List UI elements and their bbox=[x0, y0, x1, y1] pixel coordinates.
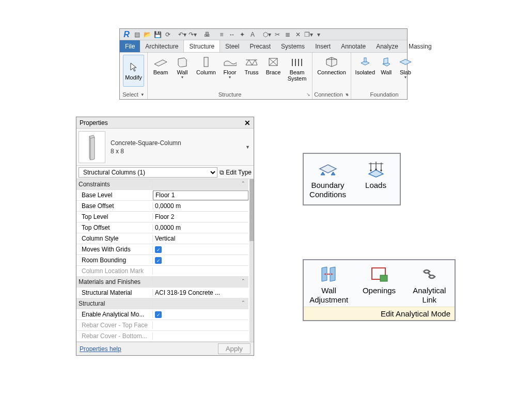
loads-button[interactable]: Loads bbox=[352, 157, 400, 201]
slab-button[interactable]: Slab ▼ bbox=[397, 55, 414, 80]
tab-insert[interactable]: Insert bbox=[310, 40, 336, 52]
openings-button[interactable]: Openings bbox=[354, 262, 404, 307]
apply-button[interactable]: Apply bbox=[218, 343, 251, 354]
group-header[interactable]: Materials and Finishes⌃ bbox=[76, 277, 248, 288]
property-row[interactable]: Room Bounding✓ bbox=[76, 255, 248, 266]
collapse-icon[interactable]: ⌃ bbox=[241, 300, 245, 305]
qat-measure-icon[interactable]: ≡ bbox=[217, 30, 226, 39]
truss-button[interactable]: Truss bbox=[242, 55, 261, 76]
tab-structure[interactable]: Structure bbox=[183, 40, 220, 52]
fwall-button[interactable]: Wall bbox=[378, 55, 395, 76]
properties-title: Properties bbox=[80, 119, 108, 126]
qat-spot-icon[interactable]: ✦ bbox=[238, 30, 247, 39]
property-row[interactable]: Enable Analytical Mo...✓ bbox=[76, 309, 248, 320]
qat-save-icon[interactable]: 💾 bbox=[153, 30, 162, 39]
boundary-conditions-button[interactable]: Boundary Conditions bbox=[304, 157, 352, 201]
property-value[interactable]: ACI 318-19 Concrete ... bbox=[153, 289, 248, 296]
property-value[interactable]: ✓ bbox=[153, 257, 248, 264]
beam-system-button[interactable]: Beam System bbox=[285, 55, 309, 83]
qat-redo-icon[interactable]: ↷▾ bbox=[188, 30, 197, 39]
property-value[interactable]: 0,0000 m bbox=[153, 202, 248, 210]
property-row[interactable]: Rebar Cover - Bottom... bbox=[76, 331, 248, 342]
property-value[interactable]: 0,0000 m bbox=[153, 224, 248, 231]
property-row[interactable]: Base Offset0,0000 m bbox=[76, 201, 248, 212]
qat-view-icon[interactable]: ▤ bbox=[132, 30, 142, 39]
wall-button[interactable]: Wall ▼ bbox=[173, 55, 192, 80]
group-header[interactable]: Constraints⌃ bbox=[76, 179, 248, 190]
property-name: Enable Analytical Mo... bbox=[76, 311, 153, 318]
qat-3d-icon[interactable]: ⬡▾ bbox=[262, 30, 272, 39]
qat-close-icon[interactable]: ✕ bbox=[293, 30, 303, 39]
tab-analyze[interactable]: Analyze bbox=[371, 40, 403, 52]
property-row[interactable]: Base LevelFloor 1 bbox=[76, 190, 248, 201]
qat-thin-icon[interactable]: ≣ bbox=[283, 30, 292, 39]
qat-dim-icon[interactable]: ↔ bbox=[227, 30, 237, 39]
tab-systems[interactable]: Systems bbox=[276, 40, 310, 52]
brace-button[interactable]: Brace bbox=[263, 55, 283, 76]
property-value[interactable]: ✓ bbox=[153, 311, 248, 319]
property-grid: Constraints⌃Base LevelFloor 1Base Offset… bbox=[76, 179, 254, 342]
qat-sync-icon[interactable]: ⟳ bbox=[163, 30, 173, 39]
checkbox-checked-icon[interactable]: ✓ bbox=[155, 246, 162, 253]
analytical-link-button[interactable]: Analytical Link bbox=[404, 262, 455, 307]
floor-button[interactable]: Floor ▼ bbox=[220, 55, 240, 80]
qat-more-icon[interactable]: ▾ bbox=[314, 30, 323, 39]
property-value[interactable]: Floor 2 bbox=[153, 213, 248, 220]
scroll-thumb[interactable] bbox=[249, 179, 254, 241]
scrollbar[interactable] bbox=[249, 179, 254, 342]
fwall-label: Wall bbox=[381, 69, 392, 75]
modify-label: Modify bbox=[125, 74, 142, 81]
collapse-icon[interactable]: ⌃ bbox=[241, 181, 245, 186]
modify-button[interactable]: Modify bbox=[123, 55, 144, 87]
type-selector[interactable]: Concrete-Square-Column 8 x 8 ▼ bbox=[76, 129, 254, 166]
column-button[interactable]: Column bbox=[194, 55, 218, 76]
isolated-button[interactable]: Isolated bbox=[354, 55, 376, 76]
chevron-down-icon[interactable]: ▼ bbox=[140, 92, 145, 97]
qat-text-icon[interactable]: A bbox=[248, 30, 257, 39]
beam-label: Beam bbox=[153, 69, 168, 75]
checkbox-checked-icon[interactable]: ✓ bbox=[155, 311, 162, 318]
property-row[interactable]: Column StyleVertical bbox=[76, 233, 248, 244]
chevron-down-icon[interactable]: ▼ bbox=[245, 145, 252, 150]
qat-section-icon[interactable]: ✂ bbox=[273, 30, 282, 39]
isolated-icon bbox=[358, 56, 372, 68]
dialog-launcher-icon[interactable]: ↘ bbox=[345, 92, 349, 97]
connection-button[interactable]: Connection bbox=[316, 55, 348, 76]
property-value[interactable]: ✓ bbox=[153, 246, 248, 253]
wall-adjustment-button[interactable]: Wall Adjustment bbox=[304, 262, 354, 307]
property-name: Column Location Mark bbox=[76, 267, 153, 275]
category-selector[interactable]: Structural Columns (1) bbox=[79, 167, 217, 178]
tab-massing[interactable]: Massing bbox=[403, 40, 437, 52]
collapse-icon[interactable]: ⌃ bbox=[241, 278, 245, 283]
qat-open-icon[interactable]: 📂 bbox=[143, 30, 152, 39]
property-row[interactable]: Rebar Cover - Top Face bbox=[76, 320, 248, 331]
qat-undo-icon[interactable]: ↶▾ bbox=[178, 30, 187, 39]
tab-precast[interactable]: Precast bbox=[244, 40, 276, 52]
property-name: Structural Material bbox=[76, 289, 153, 296]
tab-annotate[interactable]: Annotate bbox=[336, 40, 371, 52]
properties-help-link[interactable]: Properties help bbox=[80, 345, 121, 353]
property-row[interactable]: Column Location Mark bbox=[76, 266, 248, 277]
checkbox-checked-icon[interactable]: ✓ bbox=[155, 257, 162, 264]
close-icon[interactable]: ✕ bbox=[244, 119, 251, 127]
loads-label: Loads bbox=[365, 181, 386, 190]
edit-type-button[interactable]: ⧉ Edit Type bbox=[220, 169, 252, 176]
qat-switch-icon[interactable]: ❐▾ bbox=[304, 30, 313, 39]
column-label: Column bbox=[196, 69, 216, 75]
property-value[interactable]: Floor 1 bbox=[153, 190, 248, 200]
openings-label: Openings bbox=[363, 286, 396, 295]
dialog-launcher-icon[interactable]: ↘ bbox=[306, 92, 310, 97]
property-row[interactable]: Top LevelFloor 2 bbox=[76, 212, 248, 223]
chevron-down-icon: ▼ bbox=[228, 75, 232, 79]
group-header[interactable]: Structural⌃ bbox=[76, 298, 248, 309]
beam-button[interactable]: Beam bbox=[151, 55, 170, 76]
qat-print-icon[interactable]: 🖶 bbox=[202, 30, 212, 39]
tab-steel[interactable]: Steel bbox=[220, 40, 244, 52]
property-row[interactable]: Top Offset0,0000 m bbox=[76, 223, 248, 233]
property-value[interactable]: Vertical bbox=[153, 235, 248, 242]
tab-file[interactable]: File bbox=[120, 40, 140, 52]
wall-adjustment-icon bbox=[318, 264, 340, 284]
tab-architecture[interactable]: Architecture bbox=[140, 40, 183, 52]
property-row[interactable]: Moves With Grids✓ bbox=[76, 244, 248, 255]
property-row[interactable]: Structural MaterialACI 318-19 Concrete .… bbox=[76, 288, 248, 298]
